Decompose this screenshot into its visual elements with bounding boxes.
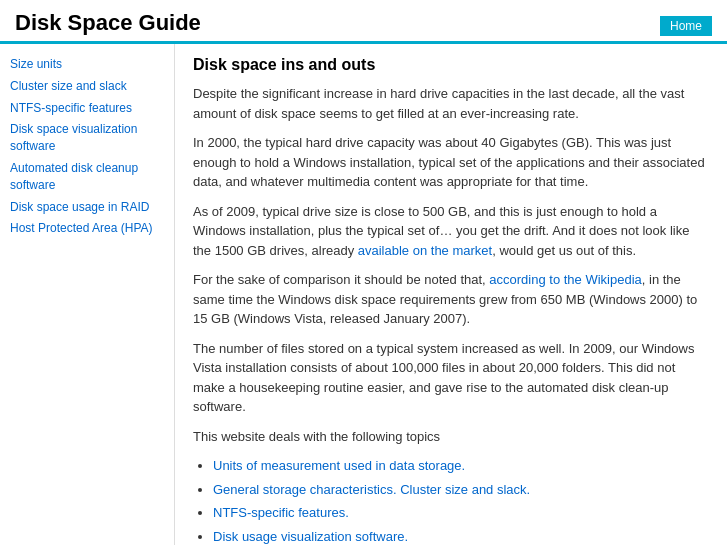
paragraph-5: The number of files stored on a typical …: [193, 339, 709, 417]
bullet-item-2: General storage characteristics. Cluster…: [213, 480, 709, 500]
sidebar-link-visualization[interactable]: Disk space visualization software: [10, 121, 164, 155]
home-button[interactable]: Home: [660, 16, 712, 36]
bullet-link-1[interactable]: Units of measurement used in data storag…: [213, 458, 465, 473]
paragraph-1: Despite the significant increase in hard…: [193, 84, 709, 123]
bullet-list: Units of measurement used in data storag…: [213, 456, 709, 545]
paragraph-3: As of 2009, typical drive size is close …: [193, 202, 709, 261]
bullet-link-2[interactable]: General storage characteristics. Cluster…: [213, 482, 530, 497]
sidebar-link-ntfs[interactable]: NTFS-specific features: [10, 100, 164, 117]
bullet-item-3: NTFS-specific features.: [213, 503, 709, 523]
sidebar-link-size-units[interactable]: Size units: [10, 56, 164, 73]
bullet-item-4: Disk usage visualization software.: [213, 527, 709, 546]
link-wikipedia[interactable]: according to the Wikipedia: [489, 272, 641, 287]
sidebar-link-cluster-slack[interactable]: Cluster size and slack: [10, 78, 164, 95]
page-title: Disk Space Guide: [15, 10, 201, 36]
sidebar-link-cleanup[interactable]: Automated disk cleanup software: [10, 160, 164, 194]
link-available-market[interactable]: available on the market: [358, 243, 492, 258]
paragraph-2: In 2000, the typical hard drive capacity…: [193, 133, 709, 192]
sidebar-link-raid[interactable]: Disk space usage in RAID: [10, 199, 164, 216]
bullet-link-4[interactable]: Disk usage visualization software.: [213, 529, 408, 544]
paragraph-4: For the sake of comparison it should be …: [193, 270, 709, 329]
bullet-item-1: Units of measurement used in data storag…: [213, 456, 709, 476]
main-content: Disk space ins and outs Despite the sign…: [175, 44, 727, 545]
sidebar-link-hpa[interactable]: Host Protected Area (HPA): [10, 220, 164, 237]
paragraph-6: This website deals with the following to…: [193, 427, 709, 447]
sidebar: Size units Cluster size and slack NTFS-s…: [0, 44, 175, 545]
content-heading: Disk space ins and outs: [193, 56, 709, 74]
bullet-link-3[interactable]: NTFS-specific features.: [213, 505, 349, 520]
